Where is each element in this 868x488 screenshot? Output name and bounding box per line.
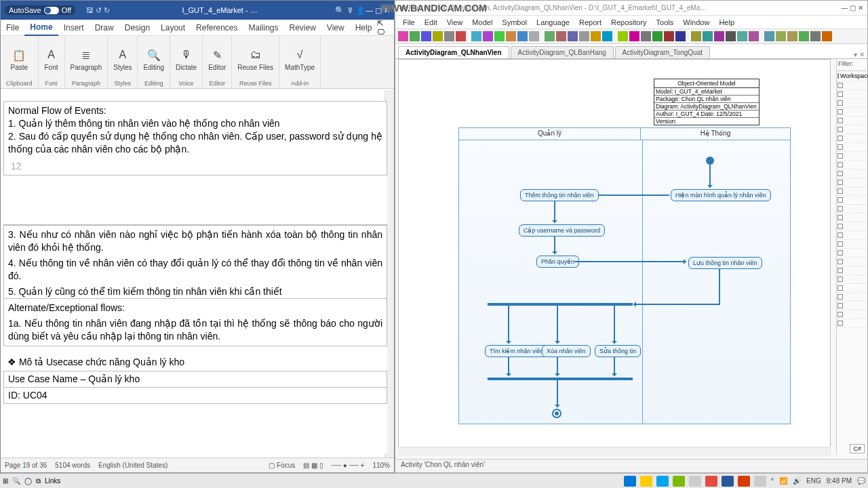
- taskbar-app-icon[interactable]: [738, 476, 750, 487]
- ribbon-tab-draw[interactable]: Draw: [90, 20, 119, 35]
- browser-root[interactable]: Workspace: [837, 71, 866, 81]
- toolbar-button[interactable]: [506, 31, 516, 41]
- menu-report[interactable]: Report: [574, 17, 606, 28]
- activity-box[interactable]: Lưu thông tin nhân viên: [688, 257, 762, 269]
- menu-edit[interactable]: Edit: [420, 17, 442, 28]
- toolbar-button[interactable]: [776, 31, 786, 41]
- browser-item[interactable]: [837, 134, 866, 143]
- styles-button[interactable]: AStyles: [113, 47, 132, 71]
- browser-item[interactable]: [837, 161, 866, 169]
- browser-item[interactable]: [837, 81, 866, 90]
- autosave-toggle[interactable]: AutoSave Off: [5, 5, 75, 15]
- ribbon-tab-references[interactable]: References: [191, 20, 243, 35]
- menu-language[interactable]: Language: [532, 17, 574, 28]
- taskbar-app-icon[interactable]: [640, 476, 652, 487]
- toolbar-button[interactable]: [579, 31, 589, 41]
- toolbar-button[interactable]: [421, 31, 431, 41]
- browser-item[interactable]: [837, 275, 866, 284]
- reuse files-button[interactable]: 🗂Reuse Files: [237, 47, 273, 71]
- activity-box[interactable]: Tìm kiếm nhân viên: [485, 345, 549, 357]
- toolbar-button[interactable]: [691, 31, 701, 41]
- tray-icon[interactable]: ^: [770, 477, 774, 485]
- object-browser[interactable]: Filter: Workspace C#: [836, 59, 866, 455]
- taskbar-app-icon[interactable]: [689, 476, 701, 487]
- toolbar-button[interactable]: [456, 31, 466, 41]
- cortana-icon[interactable]: ◯: [24, 477, 32, 485]
- toolbar-button[interactable]: [737, 31, 747, 41]
- toolbar-button[interactable]: [703, 31, 713, 41]
- window-controls[interactable]: — ▢ ✕: [841, 4, 863, 12]
- toolbar-button[interactable]: [568, 31, 578, 41]
- toolbar-button[interactable]: [433, 31, 443, 41]
- activity-box[interactable]: Hiện màn hình quản lý nhân viên: [671, 189, 771, 201]
- toolbar-button[interactable]: [641, 31, 651, 41]
- toolbar-button[interactable]: [787, 31, 797, 41]
- toolbar-button[interactable]: [675, 31, 686, 41]
- ribbon-tab-layout[interactable]: Layout: [155, 20, 191, 35]
- toolbar-button[interactable]: [591, 31, 601, 41]
- dictate-button[interactable]: 🎙Dictate: [176, 47, 197, 71]
- browser-item[interactable]: [837, 90, 866, 99]
- search-icon[interactable]: 🔍 🎙 👤: [335, 6, 366, 15]
- browser-item[interactable]: [837, 249, 866, 258]
- activity-box[interactable]: Cấp username và password: [519, 224, 605, 237]
- browser-item[interactable]: [837, 222, 866, 231]
- browser-item[interactable]: [837, 293, 866, 302]
- toolbar-button[interactable]: [822, 31, 832, 41]
- ribbon-tab-insert[interactable]: Insert: [58, 20, 90, 35]
- browser-item[interactable]: [837, 99, 866, 108]
- wifi-icon[interactable]: 📶: [779, 477, 787, 485]
- notifications-icon[interactable]: 💬: [857, 477, 865, 485]
- taskbar-links[interactable]: Links: [45, 477, 60, 485]
- toolbar-button[interactable]: [410, 31, 420, 41]
- zoom-level[interactable]: 110%: [372, 462, 390, 469]
- browser-item[interactable]: [837, 231, 866, 240]
- browser-item[interactable]: [837, 302, 866, 310]
- menu-file[interactable]: File: [398, 17, 420, 28]
- browser-item[interactable]: [837, 117, 866, 125]
- document-area[interactable]: Normal Flow of Events: 1. Quản lý thêm t…: [3, 101, 387, 453]
- paste-button[interactable]: 📋Paste: [10, 47, 28, 71]
- toolbar-button[interactable]: [799, 31, 809, 41]
- browser-item[interactable]: [837, 310, 866, 319]
- toolbar-button[interactable]: [556, 31, 566, 41]
- toolbar-button[interactable]: [602, 31, 612, 41]
- tab-controls[interactable]: ▾ ✕: [854, 51, 865, 58]
- toolbar-button[interactable]: [618, 31, 628, 41]
- menu-help[interactable]: Help: [714, 17, 739, 28]
- activity-box[interactable]: Xóa nhân viên: [542, 345, 591, 357]
- view-buttons[interactable]: ▤ ▦ ▯: [303, 462, 323, 469]
- browser-item[interactable]: [837, 240, 866, 249]
- diagram-tab[interactable]: ActivityDiagram_QLNhanVien: [398, 46, 509, 58]
- font-button[interactable]: AFont: [44, 47, 59, 71]
- browser-item[interactable]: [837, 152, 866, 161]
- toolbar-button[interactable]: [726, 31, 736, 41]
- language-indicator[interactable]: ENG: [806, 477, 821, 485]
- taskbar-app-icon[interactable]: [656, 476, 669, 487]
- browser-item[interactable]: [837, 258, 866, 266]
- toolbar-button[interactable]: [471, 31, 481, 41]
- ribbon-tab-design[interactable]: Design: [119, 20, 155, 35]
- quick-access-toolbar[interactable]: 🖫 ↺ ↻: [86, 6, 110, 15]
- ribbon-tab-view[interactable]: View: [321, 20, 350, 35]
- ribbon-tab-help[interactable]: Help: [350, 20, 378, 35]
- fork-bar[interactable]: [488, 303, 633, 306]
- mathtype-button[interactable]: √MathType: [285, 47, 315, 71]
- focus-mode-button[interactable]: ▢ Focus: [269, 462, 295, 469]
- browser-item[interactable]: [837, 143, 866, 152]
- editor-button[interactable]: ✎Editor: [208, 47, 226, 71]
- ribbon-tab-home[interactable]: Home: [24, 20, 58, 36]
- toolbar-button[interactable]: [714, 31, 724, 41]
- ribbon-tab-file[interactable]: File: [1, 20, 24, 35]
- diagram-tab[interactable]: ActivityDiagram_TongQuat: [615, 46, 710, 58]
- join-bar[interactable]: [488, 378, 633, 380]
- share-button[interactable]: ⇱ 🖵: [377, 19, 394, 36]
- search-icon[interactable]: 🔍: [12, 477, 20, 485]
- browser-item[interactable]: [837, 178, 866, 187]
- start-button[interactable]: ⊞: [3, 477, 8, 485]
- browser-item[interactable]: [837, 319, 866, 328]
- zoom-slider[interactable]: ── ● ── +: [332, 462, 365, 469]
- ribbon-tab-review[interactable]: Review: [284, 20, 321, 35]
- menu-symbol[interactable]: Symbol: [497, 17, 532, 28]
- taskbar-app-icon[interactable]: [754, 476, 766, 487]
